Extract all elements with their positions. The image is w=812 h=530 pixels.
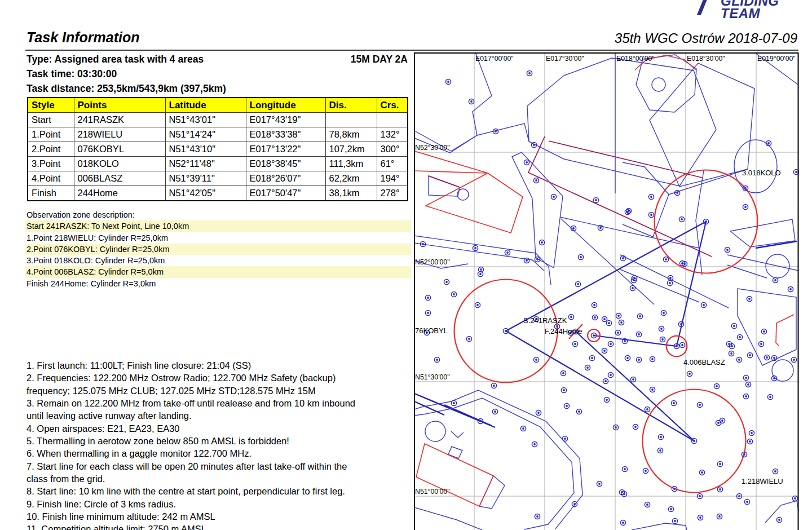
airspace-outline bbox=[738, 289, 796, 365]
waypoint-dot-center bbox=[763, 330, 765, 333]
note-line: 10. Finish line minimum altitude: 242 m … bbox=[27, 510, 417, 523]
table-cell: 4.Point bbox=[28, 171, 74, 186]
table-cell: 62,2km bbox=[325, 171, 377, 186]
grid-label: N52°00'00" bbox=[415, 258, 450, 266]
waypoint-dot-center bbox=[733, 325, 735, 327]
turnpoint-table: StylePointsLatitudeLongitudeDis.Crs. Sta… bbox=[27, 97, 408, 201]
waypoint-dot-center bbox=[479, 273, 482, 275]
waypoint-dot-center bbox=[718, 515, 721, 518]
logo-text: GLIDING TEAM bbox=[721, 0, 779, 20]
turnpoint-row: 4.Point006BLASZN51°39'11"E018°26'07"62,2… bbox=[28, 171, 408, 186]
waypoint-dot-center bbox=[701, 471, 703, 474]
table-cell: 78,8km bbox=[325, 127, 377, 142]
waypoint-dot-center bbox=[676, 192, 678, 194]
waypoint-dot-center bbox=[445, 281, 448, 283]
waypoint-dot-center bbox=[422, 243, 424, 245]
waypoint-dot-center bbox=[793, 359, 795, 361]
waypoint-dot-center bbox=[427, 312, 429, 314]
waypoint-dot-center bbox=[745, 395, 747, 398]
waypoint-dot-center bbox=[719, 488, 721, 491]
waypoint-dot-center bbox=[639, 315, 641, 317]
task-distance: Task distance: 253,5km/543,9km (397,5km) bbox=[27, 83, 226, 95]
waypoint-dot-center bbox=[795, 171, 797, 173]
airspace-outline bbox=[444, 405, 492, 426]
airspace-outline bbox=[528, 136, 712, 257]
table-cell: 218WIELU bbox=[74, 127, 165, 142]
waypoint-dot-center bbox=[680, 323, 682, 325]
table-cell: 244Home bbox=[74, 186, 165, 201]
waypoint-dot-center bbox=[760, 343, 762, 345]
column-header: Points bbox=[74, 98, 165, 113]
waypoint-dot-center bbox=[774, 279, 776, 281]
waypoint-dot-center bbox=[617, 332, 619, 334]
waypoint-label: S.241RASZK bbox=[523, 316, 567, 325]
waypoint-dot-center bbox=[533, 144, 535, 146]
table-cell: N51°42'05" bbox=[165, 186, 246, 201]
waypoint-dot-center bbox=[632, 287, 634, 289]
table-cell: N51°43'10" bbox=[165, 142, 246, 157]
waypoint-dot-center bbox=[563, 389, 565, 391]
waypoint-dot-center bbox=[506, 251, 509, 254]
airspace-outline bbox=[448, 447, 462, 458]
waypoint-dot-center bbox=[572, 227, 575, 229]
grid-label: N51°00'00" bbox=[415, 488, 450, 496]
table-cell: E018°33'38" bbox=[246, 127, 325, 142]
airspace-outline bbox=[549, 141, 702, 178]
waypoint-dot-center bbox=[615, 426, 617, 429]
waypoint-dot-center bbox=[541, 241, 543, 244]
turnpoint-row: 1.Point218WIELUN51°14'24"E018°33'38"78,8… bbox=[28, 127, 408, 142]
column-header: Longitude bbox=[246, 98, 325, 113]
waypoint-label: 3.018KOLO bbox=[742, 169, 781, 177]
grid-label: N52°30'00" bbox=[415, 144, 450, 152]
waypoint-dot-center bbox=[673, 488, 676, 490]
waypoint-dot-center bbox=[479, 420, 482, 422]
waypoint-dot-center bbox=[626, 211, 629, 213]
waypoint-dot-center bbox=[476, 304, 479, 306]
waypoint-dot-center bbox=[745, 377, 747, 379]
grid-label: E017°00'00" bbox=[475, 55, 514, 63]
column-header: Style bbox=[28, 98, 74, 113]
waypoint-dot-center bbox=[746, 501, 748, 503]
table-cell bbox=[377, 113, 408, 127]
waypoint-dot-center bbox=[493, 385, 495, 387]
waypoint-dot-center bbox=[744, 187, 747, 189]
waypoint-dot-center bbox=[537, 412, 540, 414]
airspace-outline bbox=[650, 63, 754, 187]
note-line: 11. Competition altitude limit: 2750 m A… bbox=[27, 523, 417, 530]
turnpoint-table-header: StylePointsLatitudeLongitudeDis.Crs. bbox=[28, 98, 408, 113]
airspace-outline bbox=[451, 431, 464, 438]
airspace-ring bbox=[652, 78, 665, 91]
waypoint-dot-center bbox=[651, 358, 654, 360]
waypoint-dot-center bbox=[599, 227, 602, 229]
waypoint-dot-center bbox=[535, 179, 537, 182]
waypoint-dot-center bbox=[751, 432, 753, 434]
table-cell: 3.Point bbox=[28, 157, 74, 171]
grid-label: E017°30'00" bbox=[546, 55, 584, 63]
waypoint-dot-center bbox=[608, 322, 610, 324]
waypoint-dot-center bbox=[789, 288, 792, 290]
waypoint-dot-center bbox=[669, 282, 671, 284]
waypoint-dot-center bbox=[570, 316, 572, 318]
table-cell: N51°39'11" bbox=[165, 171, 246, 186]
waypoint-dot-center bbox=[661, 338, 664, 341]
waypoint-dot-center bbox=[676, 345, 678, 347]
waypoint-dot-center bbox=[651, 388, 654, 391]
waypoint-dot-center bbox=[427, 297, 429, 299]
grid-label: E018°00'00" bbox=[616, 55, 655, 63]
note-line: 9. Finish line: Circle of 3 kms radius. bbox=[27, 498, 417, 510]
airspace-red bbox=[416, 444, 493, 506]
waypoint-dot-center bbox=[766, 356, 768, 359]
waypoint-dot-center bbox=[536, 258, 539, 260]
waypoint-dot-center bbox=[721, 419, 723, 422]
task-map: E017°00'00"E017°30'00"E018°00'00"E018°30… bbox=[414, 52, 799, 530]
waypoint-dot-center bbox=[705, 220, 707, 223]
note-line: 5. Thermalling in aerotow zone below 850… bbox=[27, 435, 417, 447]
waypoint-dot-center bbox=[574, 343, 576, 345]
table-cell: 111,3km bbox=[325, 157, 377, 171]
waypoint-dot-center bbox=[769, 396, 771, 398]
waypoint-dot-center bbox=[562, 372, 564, 374]
waypoint-dot-center bbox=[436, 359, 438, 361]
waypoint-dot-center bbox=[681, 344, 683, 346]
waypoint-dot-center bbox=[624, 340, 626, 342]
airspace-ellipse bbox=[734, 140, 777, 193]
